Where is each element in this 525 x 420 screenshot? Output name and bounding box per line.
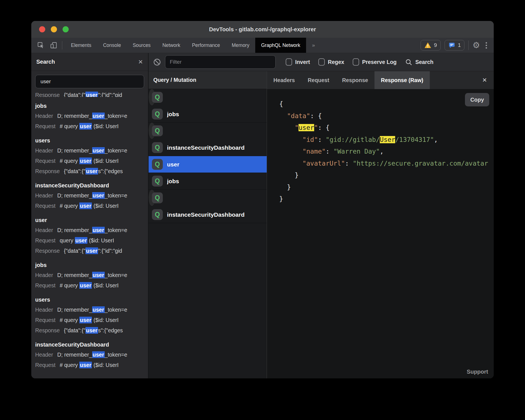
clear-requests-icon[interactable] — [153, 58, 161, 66]
search-result-entry[interactable]: HeaderD; remember_user_token=e — [35, 225, 148, 235]
search-result-fragment: D; remember_ — [57, 352, 92, 358]
search-result-entry[interactable]: Request# query user ($id: UserI — [35, 360, 148, 370]
search-result-entry[interactable]: HeaderD; remember_user_token=e — [35, 111, 148, 121]
device-toolbar-icon[interactable] — [48, 40, 59, 51]
search-result-entry[interactable]: Response{"data":{"user":{"id":"gid — [35, 246, 148, 256]
checkbox-preserve-log[interactable]: Preserve Log — [353, 58, 397, 66]
search-result-kind: Request — [35, 317, 56, 323]
json-token: "Warren Day" — [333, 148, 380, 155]
filter-input[interactable] — [165, 55, 276, 69]
tab-performance[interactable]: Performance — [186, 38, 226, 53]
search-result-entry[interactable]: HeaderD; remember_user_token=e — [35, 145, 148, 156]
minimize-window-button[interactable] — [51, 26, 57, 32]
search-result-text: D; remember_user_token=e — [57, 307, 127, 313]
query-list-item[interactable]: Qjobs — [149, 106, 267, 123]
checkbox-box[interactable] — [318, 58, 325, 66]
json-line: "id": "gid://gitlab/User/13704317", — [279, 134, 494, 146]
request-detail-pane: HeadersRequestResponseResponse (Raw)✕ Co… — [267, 71, 494, 378]
checkbox-invert[interactable]: Invert — [286, 58, 310, 66]
checkbox-box[interactable] — [286, 58, 292, 66]
json-token: : — [318, 136, 326, 143]
close-detail-icon[interactable]: ✕ — [475, 71, 494, 89]
detail-tab-response[interactable]: Response — [336, 71, 374, 89]
checkbox-regex[interactable]: Regex — [318, 58, 344, 66]
tab-network[interactable]: Network — [156, 38, 186, 53]
zoom-window-button[interactable] — [63, 26, 69, 32]
issues-badge[interactable]: 1 — [445, 40, 465, 51]
search-result-entry[interactable]: Response{"data":{"users":{"edges — [35, 166, 148, 176]
search-result-text: {"data":{"users":{"edges — [64, 327, 123, 334]
search-result-entry[interactable]: Request# query user ($id: UserI — [35, 280, 148, 291]
json-line: "data": { — [279, 110, 494, 122]
query-type-badge: Q — [152, 209, 163, 220]
close-window-button[interactable] — [39, 26, 45, 32]
search-result-entry[interactable]: Requestquery user ($id: UserI — [35, 235, 148, 246]
search-result-fragment: ($id: UserI — [92, 362, 118, 368]
tab-sources[interactable]: Sources — [127, 38, 156, 53]
search-panel: Search ✕ Response{"data":{"user":{"id":"… — [31, 53, 149, 378]
search-result-group-title: jobs — [35, 101, 148, 111]
support-link[interactable]: Support — [467, 369, 488, 375]
detail-tab-response-raw[interactable]: Response (Raw) — [374, 71, 430, 89]
search-result-entry[interactable]: Response{"data":{"user":{"id":"gid — [35, 90, 148, 97]
search-result-entry-clipped[interactable]: Response{"data":{"user":{"id":"gid — [35, 90, 148, 97]
tab-console[interactable]: Console — [97, 38, 127, 53]
search-result-entry[interactable]: Request# query user ($id: UserI — [35, 121, 148, 132]
close-search-icon[interactable]: ✕ — [138, 59, 143, 65]
search-result-kind: Response — [35, 327, 60, 334]
copy-button[interactable]: Copy — [465, 93, 489, 106]
query-type-badge: Q — [152, 92, 163, 103]
tab-graphql-network[interactable]: GraphQL Network — [255, 38, 306, 53]
search-result-entry[interactable]: HeaderD; remember_user_token=e — [35, 190, 148, 201]
inspect-element-icon[interactable] — [35, 40, 46, 51]
search-result-text: # query user ($id: UserI — [60, 362, 119, 368]
query-list-item[interactable]: Quser — [149, 89, 155, 106]
query-list-item[interactable]: QinstanceSecurityDashboard — [149, 206, 267, 223]
search-match-highlight: user — [92, 272, 105, 278]
query-list-item[interactable]: Qjobs — [149, 173, 267, 190]
filter-checkboxes: InvertRegexPreserve Log — [286, 58, 397, 66]
search-match-highlight: user — [85, 168, 98, 175]
json-token: } — [279, 195, 283, 202]
json-token: /13704317" — [395, 136, 434, 143]
query-list-item[interactable]: Qusers — [149, 123, 155, 139]
search-match-highlight: user — [79, 202, 92, 209]
json-token: "https://secure.gravatar.com/avatar — [353, 160, 488, 167]
query-name: jobs — [167, 178, 179, 185]
query-list-item[interactable]: Qusers — [149, 190, 155, 206]
toolbar-search-label: Search — [415, 59, 433, 65]
search-result-kind: Header — [35, 147, 53, 154]
search-result-kind: Request — [35, 158, 56, 164]
query-list-item[interactable]: QinstanceSecurityDashboard — [149, 139, 267, 156]
search-result-entry[interactable]: HeaderD; remember_user_token=e — [35, 270, 148, 280]
detail-tab-headers[interactable]: Headers — [267, 71, 301, 89]
search-result-entry[interactable]: Request# query user ($id: UserI — [35, 315, 148, 325]
warnings-badge[interactable]: 9 — [421, 40, 441, 51]
query-list-item[interactable]: Quser — [149, 156, 267, 173]
more-tabs-chevron-icon[interactable]: » — [306, 38, 320, 53]
query-type-badge: Q — [152, 125, 163, 136]
search-result-fragment: D; remember_ — [57, 192, 92, 199]
search-result-entry[interactable]: Request# query user ($id: UserI — [35, 201, 148, 211]
tab-elements[interactable]: Elements — [65, 38, 97, 53]
search-input[interactable] — [35, 75, 144, 88]
search-result-entry[interactable]: Request# query user ($id: UserI — [35, 156, 148, 166]
tab-memory[interactable]: Memory — [226, 38, 255, 53]
detail-tab-request[interactable]: Request — [301, 71, 336, 89]
search-result-entry[interactable]: HeaderD; remember_user_token=e — [35, 305, 148, 315]
json-token: " — [295, 124, 299, 131]
response-raw-json: { "data": { "user": { "id": "gid://gitla… — [279, 98, 494, 205]
search-result-fragment: # query — [60, 158, 79, 164]
json-token: "gid://gitlab/ — [326, 136, 380, 143]
toolbar-search[interactable]: Search — [405, 58, 433, 66]
search-result-entry[interactable]: Response{"data":{"users":{"edges — [35, 325, 148, 336]
kebab-menu-icon[interactable] — [484, 42, 489, 49]
search-result-text: D; remember_user_token=e — [57, 113, 127, 119]
checkbox-box[interactable] — [353, 58, 359, 66]
search-result-text: # query user ($id: UserI — [60, 158, 119, 164]
search-result-entry[interactable]: HeaderD; remember_user_token=e — [35, 350, 148, 360]
search-result-fragment: _token=e — [105, 192, 127, 199]
search-result-fragment: {"data":{" — [64, 248, 85, 254]
issue-count: 1 — [458, 42, 461, 48]
settings-gear-icon[interactable]: ⚙ — [472, 41, 480, 49]
